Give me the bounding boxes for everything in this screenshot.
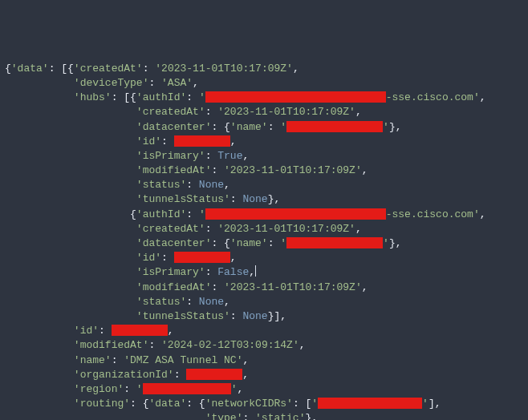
code-line: 'isPrimary': True, <box>5 149 523 164</box>
code-line: 'modifiedAt': '2023-11-01T10:17:09Z', <box>5 281 523 295</box>
code-line: {'data': [{'createdAt': '2023-11-01T10:1… <box>5 62 523 76</box>
code-line: 'id': , <box>5 251 523 265</box>
code-line: 'deviceType': 'ASA', <box>5 76 523 91</box>
code-line: 'createdAt': '2023-11-01T10:17:09Z', <box>5 105 523 119</box>
code-line: 'modifiedAt': '2024-02-12T03:09:14Z', <box>5 338 523 353</box>
code-line: 'modifiedAt': '2023-11-01T10:17:09Z', <box>5 164 523 178</box>
code-line: 'region': '', <box>5 382 523 397</box>
code-line: 'isPrimary': False, <box>5 265 523 280</box>
code-output: {'data': [{'createdAt': '2023-11-01T10:1… <box>5 62 523 420</box>
code-line: 'datacenter': {'name': ''}, <box>5 236 523 251</box>
code-line: 'id': , <box>5 324 523 338</box>
code-line: 'organizationId': , <box>5 368 523 382</box>
code-line: 'routing': {'data': {'networkCIDRs': [''… <box>5 397 523 411</box>
code-line: 'id': , <box>5 135 523 149</box>
code-line: {'authId': '-sse.cisco.com', <box>5 208 523 222</box>
code-line: 'tunnelsStatus': None}, <box>5 192 523 207</box>
code-line: 'tunnelsStatus': None}], <box>5 309 523 324</box>
code-line: 'status': None, <box>5 178 523 192</box>
code-line: 'status': None, <box>5 295 523 309</box>
code-line: 'createdAt': '2023-11-01T10:17:09Z', <box>5 222 523 236</box>
code-line: 'name': 'DMZ ASA Tunnel NC', <box>5 353 523 368</box>
code-line: 'hubs': [{'authId': '-sse.cisco.com', <box>5 91 523 105</box>
code-line: 'datacenter': {'name': ''}, <box>5 120 523 135</box>
code-line: 'type': 'static'}, <box>5 411 523 420</box>
